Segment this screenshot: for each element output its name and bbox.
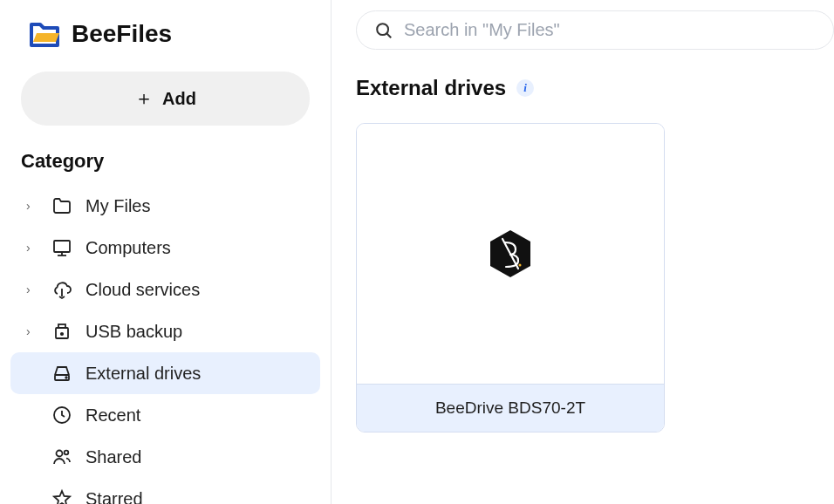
cloud-icon xyxy=(51,278,73,301)
nav-item-usb-backup[interactable]: ›USB backup xyxy=(10,310,320,352)
nav-item-label: Cloud services xyxy=(85,280,200,300)
nav-item-label: USB backup xyxy=(85,322,182,342)
svg-rect-0 xyxy=(54,241,70,252)
info-icon[interactable]: i xyxy=(516,79,534,97)
sidebar: BeeFiles ＋ Add Category ›My Files›Comput… xyxy=(0,0,332,504)
category-heading: Category xyxy=(0,150,331,185)
add-button-label: Add xyxy=(162,89,196,109)
search-input[interactable] xyxy=(404,20,816,40)
svg-line-13 xyxy=(386,33,391,37)
svg-rect-4 xyxy=(58,324,65,328)
app-name: BeeFiles xyxy=(72,20,172,48)
app-header: BeeFiles xyxy=(0,17,331,68)
search-icon xyxy=(374,21,393,40)
drive-icon xyxy=(51,362,73,385)
nav-item-label: Computers xyxy=(85,238,171,258)
section-title: External drives xyxy=(356,76,506,100)
nav-item-label: Recent xyxy=(85,405,140,426)
nav-item-label: My Files xyxy=(85,196,150,216)
monitor-icon xyxy=(51,236,73,259)
chevron-right-icon: › xyxy=(26,199,38,213)
star-icon xyxy=(51,487,73,504)
svg-point-12 xyxy=(377,24,388,35)
chevron-right-icon: › xyxy=(26,241,38,255)
beedrive-logo-icon xyxy=(485,228,536,279)
drive-preview xyxy=(357,124,664,384)
plus-icon: ＋ xyxy=(134,85,154,112)
drives-grid: BeeDrive BDS70-2T xyxy=(332,123,834,432)
nav-item-label: Shared xyxy=(85,447,142,467)
folder-icon xyxy=(51,194,73,217)
svg-point-10 xyxy=(65,451,69,455)
main-content: External drives i BeeDrive BDS70-2T xyxy=(332,0,834,504)
people-icon xyxy=(51,446,73,468)
app-logo-icon xyxy=(28,17,61,51)
search-bar[interactable] xyxy=(356,10,834,50)
svg-point-7 xyxy=(65,377,67,378)
nav-item-my-files[interactable]: ›My Files xyxy=(10,185,320,227)
drive-card[interactable]: BeeDrive BDS70-2T xyxy=(356,123,665,432)
svg-point-5 xyxy=(61,333,63,335)
nav-item-shared[interactable]: Shared xyxy=(10,436,320,478)
usb-icon xyxy=(51,320,73,343)
svg-point-9 xyxy=(57,451,63,457)
nav-item-label: External drives xyxy=(85,364,201,384)
svg-marker-11 xyxy=(54,491,70,504)
nav-item-label: Starred xyxy=(85,489,143,505)
clock-icon xyxy=(51,404,73,426)
section-header: External drives i xyxy=(332,76,834,123)
svg-point-16 xyxy=(519,264,522,267)
nav-item-cloud-services[interactable]: ›Cloud services xyxy=(10,269,320,310)
nav-item-starred[interactable]: Starred xyxy=(10,478,320,504)
chevron-right-icon: › xyxy=(26,283,38,296)
nav-list: ›My Files›Computers›Cloud services›USB b… xyxy=(0,185,331,504)
nav-item-computers[interactable]: ›Computers xyxy=(10,227,320,269)
chevron-right-icon: › xyxy=(26,324,38,338)
drive-name: BeeDrive BDS70-2T xyxy=(357,384,664,432)
nav-item-recent[interactable]: Recent xyxy=(10,394,320,436)
nav-item-external-drives[interactable]: External drives xyxy=(10,352,320,394)
add-button[interactable]: ＋ Add xyxy=(21,72,310,126)
